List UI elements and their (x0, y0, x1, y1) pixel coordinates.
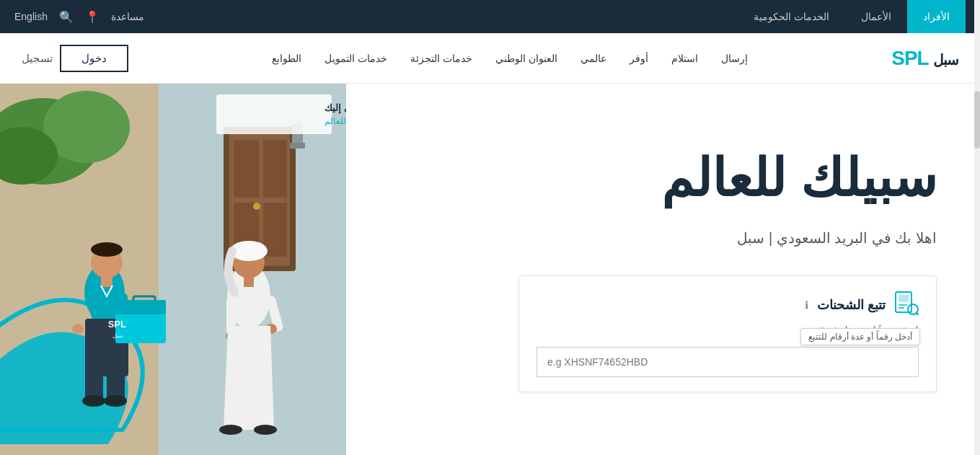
tab-individuals[interactable]: الأفراد (907, 0, 966, 33)
svg-point-44 (254, 425, 277, 435)
tab-gov[interactable]: الخدمات الحكومية (738, 0, 845, 33)
info-bubble: أدخل رقماً أو عدة أرقام للتتبع (800, 328, 920, 345)
tracking-header: تتبع الشحنات ℹ (537, 291, 919, 320)
svg-line-53 (917, 313, 919, 315)
svg-text:سبل.. سبيلك للعالم: سبل.. سبيلك للعالم (325, 116, 346, 126)
location-icon[interactable]: 📍 (85, 10, 100, 24)
main-nav: SPL سبل إرسال استلام أوفر عالمي العنوان … (0, 33, 980, 84)
svg-text:سبل: سبل (112, 332, 123, 339)
svg-rect-24 (85, 358, 103, 401)
svg-rect-14 (290, 143, 305, 149)
svg-rect-8 (234, 140, 259, 198)
tracking-title: تتبع الشحنات (817, 297, 886, 313)
svg-rect-45 (216, 94, 332, 134)
search-icon[interactable]: 🔍 (59, 10, 74, 24)
nav-links: إرسال استلام أوفر عالمي العنوان الوطني خ… (260, 33, 759, 84)
hero-subtitle: اهلا بك في البريد السعودي | سبل (368, 229, 937, 247)
svg-point-27 (104, 395, 127, 407)
site-logo[interactable]: SPL سبل (891, 47, 958, 70)
svg-rect-38 (244, 277, 254, 287)
nav-send[interactable]: إرسال (710, 33, 759, 84)
nav-auth: دخول تسجيل (22, 45, 128, 72)
svg-rect-25 (107, 358, 125, 401)
scrollbar[interactable] (974, 0, 980, 455)
language-switcher[interactable]: English (14, 11, 48, 22)
svg-rect-9 (263, 140, 287, 198)
svg-point-12 (253, 203, 260, 210)
hero-content: سبيلك للعالم اهلا بك في البريد السعودي |… (346, 84, 980, 455)
nav-world[interactable]: عالمي (569, 33, 618, 84)
tracking-input-wrap: أدخل رقماً أو عدة أرقام للتتبع (537, 347, 919, 377)
hero-image: SPL سبل (0, 84, 346, 455)
svg-point-17 (91, 242, 123, 257)
logo-arabic: سبل (933, 52, 958, 68)
info-icon[interactable]: ℹ (805, 299, 808, 311)
nav-cheaper[interactable]: أوفر (618, 33, 660, 84)
nav-retail[interactable]: خدمات التجزئة (399, 33, 484, 84)
svg-point-43 (219, 425, 242, 435)
tracking-svg-icon (894, 291, 919, 315)
top-bar: الأفراد الأعمال الخدمات الحكومية English… (0, 0, 980, 33)
nav-finance[interactable]: خدمات التمويل (313, 33, 399, 84)
help-link[interactable]: مساعدة (111, 11, 144, 22)
nav-receive[interactable]: استلام (660, 33, 710, 84)
svg-point-26 (82, 395, 105, 407)
hero-illustration: SPL سبل (0, 84, 346, 455)
svg-text:كل السبل تؤدي إليك: كل السبل تؤدي إليك (325, 102, 346, 114)
top-bar-tabs: الأفراد الأعمال الخدمات الحكومية (738, 0, 966, 33)
svg-rect-29 (115, 300, 166, 314)
hero-title: سبيلك للعالم (368, 150, 937, 207)
tab-business[interactable]: الأعمال (845, 0, 907, 33)
svg-point-21 (72, 324, 84, 334)
svg-rect-49 (899, 295, 909, 302)
scrollbar-thumb[interactable] (974, 91, 980, 149)
login-button[interactable]: دخول (60, 45, 128, 72)
svg-text:SPL: SPL (108, 319, 126, 330)
logo-text: SPL سبل (891, 47, 958, 70)
hero-section: SPL سبل (0, 84, 980, 455)
tracking-input[interactable] (537, 347, 919, 377)
nav-stamps[interactable]: الطوابع (260, 33, 313, 84)
tracking-box: تتبع الشحنات ℹ أدخل رقماً أو عدة أرقام ل… (518, 275, 937, 392)
hero-bg: SPL سبل (0, 84, 346, 455)
svg-rect-18 (101, 277, 112, 287)
top-bar-utilities: English 🔍 📍 مساعدة (14, 10, 144, 24)
nav-national-address[interactable]: العنوان الوطني (484, 33, 569, 84)
tracking-icon (894, 291, 919, 320)
register-button[interactable]: تسجيل (22, 52, 53, 65)
